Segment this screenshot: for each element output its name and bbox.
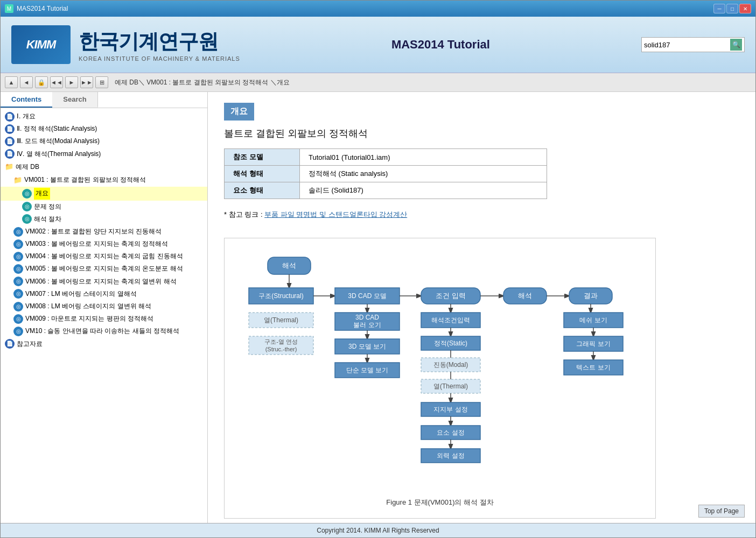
nav-next-button[interactable]: ►: [65, 76, 78, 88]
close-button[interactable]: ✕: [739, 4, 751, 13]
sidebar-item-vm005[interactable]: ◎VM005 : 볼 베어링으로 지지되는 축계의 온도분포 해석: [1, 263, 207, 275]
svg-text:불러 오기: 불러 오기: [353, 321, 381, 329]
sidebar-item-iii-modal[interactable]: 📄Ⅲ. 모드 해석(Modal Analysis): [1, 135, 207, 147]
svg-text:그래픽 보기: 그래픽 보기: [576, 340, 610, 348]
tab-contents[interactable]: Contents: [1, 92, 52, 108]
table-label: 해석 형태: [225, 166, 300, 182]
search-box: 🔍: [641, 37, 745, 52]
footer-text: Copyright 2014. KIMM All Rights Reserved: [317, 527, 439, 534]
table-row: 요소 형태솔리드 (Solid187): [225, 182, 547, 199]
sidebar-item-vm008[interactable]: ◎VM008 : LM 베어링 스테이지의 열변위 해석: [1, 300, 207, 313]
svg-text:조건 입력: 조건 입력: [436, 292, 466, 300]
svg-text:해석조건입력: 해석조건입력: [431, 316, 470, 324]
sidebar-item-vm010[interactable]: ◎VM10 : 슬동 안내면을 따라 이송하는 새들의 정적해석: [1, 325, 207, 337]
ref-link-paragraph: * 참고 링크 : 부품 파일 명명법 및 스탠드얼론타입 강성계산: [224, 210, 676, 220]
blue-icon: ◎: [13, 264, 23, 274]
nav-lock-button[interactable]: 🔒: [35, 76, 48, 88]
item-label: VM009 : 마운트로 지지되는 평판의 정적해석: [25, 314, 153, 324]
table-row: 참조 모델Tutorial01 (Tutorial01.iam): [225, 149, 547, 166]
flowchart-svg: 해석 구조(Structural) 열(Thermal): [235, 249, 645, 491]
blue-icon: ◎: [13, 302, 23, 312]
svg-text:3D CAD: 3D CAD: [355, 314, 379, 321]
item-label: 해석 절차: [34, 214, 61, 224]
sidebar-item-examples-db[interactable]: 📁예제 DB: [1, 160, 207, 174]
search-input[interactable]: [644, 41, 730, 49]
breadcrumb: 예제 DB＼ VM001 : 볼트로 결합된 외팔보의 정적해석 ＼개요: [110, 78, 751, 87]
teal-icon: ◎: [22, 189, 32, 199]
table-value: 솔리드 (Solid187): [300, 182, 547, 199]
sidebar-item-vm001-overview[interactable]: ◎개요: [1, 187, 207, 200]
nav-up-button[interactable]: ▲: [5, 76, 18, 88]
search-button[interactable]: 🔍: [730, 39, 742, 51]
item-label: 문제 정의: [34, 202, 61, 212]
section-header: 개요: [224, 103, 254, 121]
sidebar-item-vm003[interactable]: ◎VM003 : 볼 베어링으로 지지되는 축계의 정적해석: [1, 238, 207, 250]
sidebar-item-ii-static[interactable]: 📄Ⅱ. 정적 해석(Static Analysis): [1, 123, 207, 135]
nav-bar: ▲ ◄ 🔒 ◄◄ ► ►► ⊞ 예제 DB＼ VM001 : 볼트로 결합된 외…: [1, 73, 755, 92]
table-value: 정적해석 (Static analysis): [300, 166, 547, 182]
sidebar-item-vm004[interactable]: ◎VM004 : 볼 베어링으로 지지되는 축계의 굽힘 진동해석: [1, 250, 207, 263]
content-inner: 개요 볼트로 결합된 외팔보의 정적해석 참조 모델Tutorial01 (Tu…: [208, 92, 692, 523]
window-controls: ─ □ ✕: [713, 4, 751, 13]
sidebar-item-vm001-procedure[interactable]: ◎해석 절차: [1, 213, 207, 225]
svg-text:열(Thermal): 열(Thermal): [264, 316, 298, 324]
item-label: VM10 : 슬동 안내면을 따라 이송하는 새들의 정적해석: [25, 326, 179, 336]
svg-text:3D 모델 보기: 3D 모델 보기: [348, 343, 386, 350]
sidebar-item-vm001-problem[interactable]: ◎문제 정의: [1, 201, 207, 213]
section-main-title: 볼트로 결합된 외팔보의 정적해석: [224, 127, 676, 140]
item-label: VM001 : 볼트로 결합된 외팔보의 정적해석: [24, 175, 146, 185]
book-icon: 📄: [5, 124, 15, 134]
footer: Copyright 2014. KIMM All Rights Reserved: [1, 523, 755, 537]
svg-text:정적(Static): 정적(Static): [434, 339, 467, 347]
item-label: VM006 : 볼 베어링으로 지지되는 축계의 열변위 해석: [25, 277, 177, 287]
nav-expand-button[interactable]: ⊞: [95, 76, 108, 88]
minimize-button[interactable]: ─: [713, 4, 725, 13]
nav-back-button[interactable]: ◄: [20, 76, 33, 88]
sidebar: Contents Search 📄Ⅰ. 개요📄Ⅱ. 정적 해석(Static A…: [1, 92, 208, 523]
nav-prev-button[interactable]: ◄◄: [50, 76, 63, 88]
svg-text:지지부 설정: 지지부 설정: [433, 406, 467, 413]
sidebar-item-vm006[interactable]: ◎VM006 : 볼 베어링으로 지지되는 축계의 열변위 해석: [1, 275, 207, 288]
sidebar-content: 📄Ⅰ. 개요📄Ⅱ. 정적 해석(Static Analysis)📄Ⅲ. 모드 해…: [1, 108, 207, 523]
blue-icon: ◎: [13, 327, 23, 336]
table-value: Tutorial01 (Tutorial01.iam): [300, 149, 547, 166]
book-icon: 📄: [5, 137, 15, 146]
sidebar-item-vm007[interactable]: ◎VM007 : LM 베어링 스테이지의 열해석: [1, 288, 207, 300]
ref-link-prefix: * 참고 링크 :: [224, 210, 264, 218]
svg-text:텍스트 보기: 텍스트 보기: [576, 364, 610, 371]
item-label: Ⅳ. 열 해석(Thermal Analysis): [17, 149, 101, 159]
book-icon: 📄: [5, 339, 15, 349]
kimm-english-name: KOREA INSTITUTE OF MACHINERY & MATERIALS: [79, 55, 240, 62]
info-table: 참조 모델Tutorial01 (Tutorial01.iam)해석 형태정적해…: [224, 148, 547, 199]
sidebar-item-vm001-folder[interactable]: 📁VM001 : 볼트로 결합된 외팔보의 정적해석: [1, 174, 207, 187]
item-label: Ⅲ. 모드 해석(Modal Analysis): [17, 136, 100, 146]
app-icon: M: [5, 4, 13, 13]
svg-text:해석: 해석: [282, 261, 296, 270]
item-label: VM008 : LM 베어링 스테이지의 열변위 해석: [25, 301, 151, 312]
sidebar-item-i-overview[interactable]: 📄Ⅰ. 개요: [1, 110, 207, 123]
ref-link[interactable]: 부품 파일 명명법 및 스탠드얼론타입 강성계산: [264, 210, 407, 218]
sidebar-item-references[interactable]: 📄참고자료: [1, 338, 207, 350]
maximize-button[interactable]: □: [726, 4, 738, 13]
sidebar-item-vm002[interactable]: ◎VM002 : 볼트로 결합된 양단 지지보의 진동해석: [1, 225, 207, 238]
window-title: MAS2014 Tutorial: [17, 5, 713, 12]
blue-icon: ◎: [13, 277, 23, 286]
header-center: MAS2014 Tutorial: [240, 38, 641, 52]
svg-text:요소 설정: 요소 설정: [437, 429, 464, 436]
item-label: 예제 DB: [16, 162, 39, 172]
svg-text:구조-열 연성: 구조-열 연성: [264, 338, 298, 345]
top-of-page-button[interactable]: Top of Page: [698, 505, 745, 518]
svg-text:구조(Structural): 구조(Structural): [258, 292, 303, 300]
sidebar-item-iv-thermal[interactable]: 📄Ⅳ. 열 해석(Thermal Analysis): [1, 148, 207, 160]
book-icon: 📄: [5, 112, 15, 122]
sidebar-item-vm009[interactable]: ◎VM009 : 마운트로 지지되는 평판의 정적해석: [1, 313, 207, 325]
item-label: Ⅰ. 개요: [17, 111, 36, 122]
kimm-logo: KIMM: [11, 25, 71, 64]
title-bar: M MAS2014 Tutorial ─ □ ✕: [1, 1, 755, 17]
tab-search[interactable]: Search: [52, 92, 97, 108]
nav-forward-button[interactable]: ►►: [80, 76, 93, 88]
book-icon: 📄: [5, 149, 15, 159]
svg-text:해석: 해석: [518, 292, 532, 300]
teal-icon: ◎: [22, 214, 32, 224]
main-area: Contents Search 📄Ⅰ. 개요📄Ⅱ. 정적 해석(Static A…: [1, 92, 755, 523]
